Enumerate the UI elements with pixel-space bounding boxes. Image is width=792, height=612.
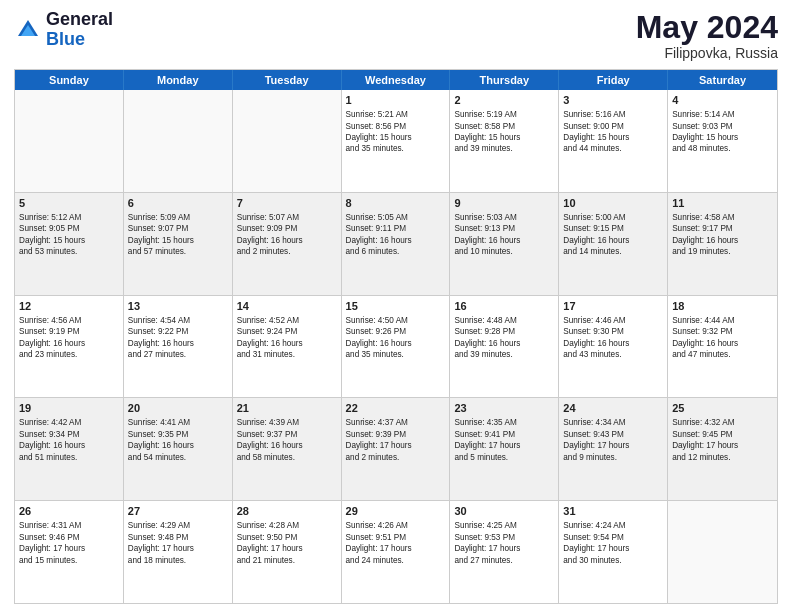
day-info: Sunrise: 4:35 AMSunset: 9:41 PMDaylight:… bbox=[454, 418, 520, 461]
page: General Blue May 2024 Filippovka, Russia… bbox=[0, 0, 792, 612]
day-info: Sunrise: 4:52 AMSunset: 9:24 PMDaylight:… bbox=[237, 316, 303, 359]
day-cell-5: 5Sunrise: 5:12 AMSunset: 9:05 PMDaylight… bbox=[15, 193, 124, 295]
day-info: Sunrise: 5:00 AMSunset: 9:15 PMDaylight:… bbox=[563, 213, 629, 256]
day-number: 31 bbox=[563, 504, 663, 519]
day-header-monday: Monday bbox=[124, 70, 233, 90]
day-cell-12: 12Sunrise: 4:56 AMSunset: 9:19 PMDayligh… bbox=[15, 296, 124, 398]
day-number: 1 bbox=[346, 93, 446, 108]
day-cell-9: 9Sunrise: 5:03 AMSunset: 9:13 PMDaylight… bbox=[450, 193, 559, 295]
day-number: 15 bbox=[346, 299, 446, 314]
day-info: Sunrise: 4:32 AMSunset: 9:45 PMDaylight:… bbox=[672, 418, 738, 461]
day-info: Sunrise: 4:39 AMSunset: 9:37 PMDaylight:… bbox=[237, 418, 303, 461]
day-cell-8: 8Sunrise: 5:05 AMSunset: 9:11 PMDaylight… bbox=[342, 193, 451, 295]
day-cell-18: 18Sunrise: 4:44 AMSunset: 9:32 PMDayligh… bbox=[668, 296, 777, 398]
day-cell-24: 24Sunrise: 4:34 AMSunset: 9:43 PMDayligh… bbox=[559, 398, 668, 500]
day-cell-20: 20Sunrise: 4:41 AMSunset: 9:35 PMDayligh… bbox=[124, 398, 233, 500]
day-cell-11: 11Sunrise: 4:58 AMSunset: 9:17 PMDayligh… bbox=[668, 193, 777, 295]
day-cell-29: 29Sunrise: 4:26 AMSunset: 9:51 PMDayligh… bbox=[342, 501, 451, 603]
calendar-row-2: 12Sunrise: 4:56 AMSunset: 9:19 PMDayligh… bbox=[15, 296, 777, 399]
logo-icon bbox=[14, 16, 42, 44]
day-header-friday: Friday bbox=[559, 70, 668, 90]
day-info: Sunrise: 4:41 AMSunset: 9:35 PMDaylight:… bbox=[128, 418, 194, 461]
day-info: Sunrise: 4:54 AMSunset: 9:22 PMDaylight:… bbox=[128, 316, 194, 359]
day-number: 4 bbox=[672, 93, 773, 108]
calendar-row-3: 19Sunrise: 4:42 AMSunset: 9:34 PMDayligh… bbox=[15, 398, 777, 501]
day-info: Sunrise: 4:31 AMSunset: 9:46 PMDaylight:… bbox=[19, 521, 85, 564]
day-info: Sunrise: 4:48 AMSunset: 9:28 PMDaylight:… bbox=[454, 316, 520, 359]
day-info: Sunrise: 4:24 AMSunset: 9:54 PMDaylight:… bbox=[563, 521, 629, 564]
calendar-row-4: 26Sunrise: 4:31 AMSunset: 9:46 PMDayligh… bbox=[15, 501, 777, 603]
day-number: 18 bbox=[672, 299, 773, 314]
day-cell-15: 15Sunrise: 4:50 AMSunset: 9:26 PMDayligh… bbox=[342, 296, 451, 398]
day-info: Sunrise: 4:42 AMSunset: 9:34 PMDaylight:… bbox=[19, 418, 85, 461]
day-info: Sunrise: 4:26 AMSunset: 9:51 PMDaylight:… bbox=[346, 521, 412, 564]
day-cell-17: 17Sunrise: 4:46 AMSunset: 9:30 PMDayligh… bbox=[559, 296, 668, 398]
day-number: 20 bbox=[128, 401, 228, 416]
day-number: 3 bbox=[563, 93, 663, 108]
day-cell-23: 23Sunrise: 4:35 AMSunset: 9:41 PMDayligh… bbox=[450, 398, 559, 500]
day-info: Sunrise: 5:14 AMSunset: 9:03 PMDaylight:… bbox=[672, 110, 738, 153]
day-number: 11 bbox=[672, 196, 773, 211]
day-number: 25 bbox=[672, 401, 773, 416]
empty-cell bbox=[124, 90, 233, 192]
day-cell-10: 10Sunrise: 5:00 AMSunset: 9:15 PMDayligh… bbox=[559, 193, 668, 295]
day-info: Sunrise: 5:07 AMSunset: 9:09 PMDaylight:… bbox=[237, 213, 303, 256]
header: General Blue May 2024 Filippovka, Russia bbox=[14, 10, 778, 61]
location: Filippovka, Russia bbox=[636, 45, 778, 61]
calendar-body: 1Sunrise: 5:21 AMSunset: 8:56 PMDaylight… bbox=[15, 90, 777, 603]
day-number: 13 bbox=[128, 299, 228, 314]
day-info: Sunrise: 5:16 AMSunset: 9:00 PMDaylight:… bbox=[563, 110, 629, 153]
day-header-thursday: Thursday bbox=[450, 70, 559, 90]
day-number: 29 bbox=[346, 504, 446, 519]
logo-blue: Blue bbox=[46, 30, 113, 50]
day-number: 16 bbox=[454, 299, 554, 314]
empty-cell bbox=[15, 90, 124, 192]
day-number: 21 bbox=[237, 401, 337, 416]
day-number: 24 bbox=[563, 401, 663, 416]
empty-cell bbox=[668, 501, 777, 603]
day-number: 5 bbox=[19, 196, 119, 211]
day-cell-30: 30Sunrise: 4:25 AMSunset: 9:53 PMDayligh… bbox=[450, 501, 559, 603]
day-cell-14: 14Sunrise: 4:52 AMSunset: 9:24 PMDayligh… bbox=[233, 296, 342, 398]
calendar-row-1: 5Sunrise: 5:12 AMSunset: 9:05 PMDaylight… bbox=[15, 193, 777, 296]
logo-text: General Blue bbox=[46, 10, 113, 50]
day-info: Sunrise: 5:03 AMSunset: 9:13 PMDaylight:… bbox=[454, 213, 520, 256]
day-info: Sunrise: 4:50 AMSunset: 9:26 PMDaylight:… bbox=[346, 316, 412, 359]
day-cell-21: 21Sunrise: 4:39 AMSunset: 9:37 PMDayligh… bbox=[233, 398, 342, 500]
logo: General Blue bbox=[14, 10, 113, 50]
day-info: Sunrise: 5:05 AMSunset: 9:11 PMDaylight:… bbox=[346, 213, 412, 256]
day-number: 8 bbox=[346, 196, 446, 211]
empty-cell bbox=[233, 90, 342, 192]
day-cell-2: 2Sunrise: 5:19 AMSunset: 8:58 PMDaylight… bbox=[450, 90, 559, 192]
day-info: Sunrise: 4:56 AMSunset: 9:19 PMDaylight:… bbox=[19, 316, 85, 359]
calendar: SundayMondayTuesdayWednesdayThursdayFrid… bbox=[14, 69, 778, 604]
day-number: 2 bbox=[454, 93, 554, 108]
day-info: Sunrise: 5:21 AMSunset: 8:56 PMDaylight:… bbox=[346, 110, 412, 153]
day-number: 22 bbox=[346, 401, 446, 416]
day-number: 19 bbox=[19, 401, 119, 416]
day-header-saturday: Saturday bbox=[668, 70, 777, 90]
day-info: Sunrise: 5:12 AMSunset: 9:05 PMDaylight:… bbox=[19, 213, 85, 256]
day-info: Sunrise: 4:44 AMSunset: 9:32 PMDaylight:… bbox=[672, 316, 738, 359]
day-number: 14 bbox=[237, 299, 337, 314]
day-cell-19: 19Sunrise: 4:42 AMSunset: 9:34 PMDayligh… bbox=[15, 398, 124, 500]
logo-general: General bbox=[46, 10, 113, 30]
day-cell-28: 28Sunrise: 4:28 AMSunset: 9:50 PMDayligh… bbox=[233, 501, 342, 603]
calendar-header: SundayMondayTuesdayWednesdayThursdayFrid… bbox=[15, 70, 777, 90]
day-cell-16: 16Sunrise: 4:48 AMSunset: 9:28 PMDayligh… bbox=[450, 296, 559, 398]
day-cell-13: 13Sunrise: 4:54 AMSunset: 9:22 PMDayligh… bbox=[124, 296, 233, 398]
day-cell-31: 31Sunrise: 4:24 AMSunset: 9:54 PMDayligh… bbox=[559, 501, 668, 603]
day-cell-26: 26Sunrise: 4:31 AMSunset: 9:46 PMDayligh… bbox=[15, 501, 124, 603]
day-info: Sunrise: 4:37 AMSunset: 9:39 PMDaylight:… bbox=[346, 418, 412, 461]
day-cell-25: 25Sunrise: 4:32 AMSunset: 9:45 PMDayligh… bbox=[668, 398, 777, 500]
day-info: Sunrise: 4:29 AMSunset: 9:48 PMDaylight:… bbox=[128, 521, 194, 564]
day-number: 9 bbox=[454, 196, 554, 211]
day-info: Sunrise: 4:46 AMSunset: 9:30 PMDaylight:… bbox=[563, 316, 629, 359]
title-block: May 2024 Filippovka, Russia bbox=[636, 10, 778, 61]
day-cell-1: 1Sunrise: 5:21 AMSunset: 8:56 PMDaylight… bbox=[342, 90, 451, 192]
day-number: 10 bbox=[563, 196, 663, 211]
day-info: Sunrise: 4:58 AMSunset: 9:17 PMDaylight:… bbox=[672, 213, 738, 256]
day-info: Sunrise: 5:09 AMSunset: 9:07 PMDaylight:… bbox=[128, 213, 194, 256]
day-header-wednesday: Wednesday bbox=[342, 70, 451, 90]
day-info: Sunrise: 4:34 AMSunset: 9:43 PMDaylight:… bbox=[563, 418, 629, 461]
